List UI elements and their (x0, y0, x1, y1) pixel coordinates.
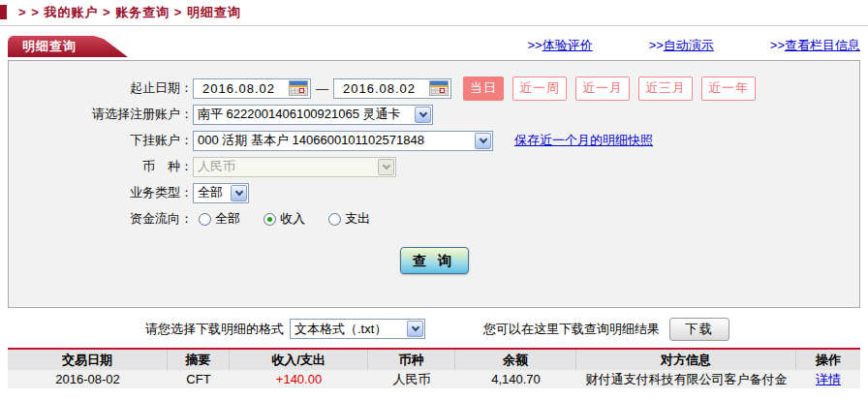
flow-option-label: 收入 (280, 210, 305, 228)
link-view-column-info[interactable]: >>查看栏目信息 (770, 37, 860, 54)
section-header-row: 明细查询 >>体验评价 >>自动演示 >>查看栏目信息 (0, 36, 868, 57)
currency-label: 币 种： (9, 158, 193, 175)
query-button[interactable]: 查 询 (400, 247, 469, 274)
date-separator: — (316, 81, 328, 96)
link-label: 查看栏目信息 (785, 38, 860, 52)
cell-counterparty: 财付通支付科技有限公司客户备付金 (576, 370, 796, 388)
top-links: >>体验评价 >>自动演示 >>查看栏目信息 (527, 37, 860, 57)
flow-option-label: 支出 (345, 210, 370, 228)
currency-value: 人民币 (194, 158, 378, 175)
query-form: 起止日期： 2016.08.02 — 2016.08.02 当日 近一周 近一月… (8, 60, 860, 308)
col-header-date: 交易日期 (8, 350, 168, 370)
download-format-select[interactable]: 文本格式（.txt） (290, 319, 425, 339)
save-snapshot-link[interactable]: 保存近一个月的明细快照 (514, 132, 653, 149)
col-header-counterparty: 对方信息 (576, 350, 796, 370)
date-to-value: 2016.08.02 (343, 81, 425, 96)
download-row: 请您选择下载明细的格式 文本格式（.txt） 您可以在这里下载查询明细结果 下载 (0, 317, 868, 341)
date-from-value: 2016.08.02 (202, 81, 285, 96)
cell-currency: 人民币 (368, 370, 455, 388)
biz-type-select[interactable]: 全部 (193, 183, 249, 203)
calendar-icon[interactable] (429, 80, 449, 96)
quick-range-month-button[interactable]: 近一月 (575, 77, 630, 101)
sub-account-value: 000 活期 基本户 1406600101102571848 (194, 132, 475, 149)
register-account-label: 请选择注册账户： (9, 106, 193, 123)
biz-type-value: 全部 (194, 184, 231, 201)
download-format-label: 请您选择下载明细的格式 (145, 321, 284, 338)
flow-option-all[interactable]: 全部 (199, 210, 240, 228)
quick-range-week-button[interactable]: 近一周 (512, 77, 567, 101)
detail-link[interactable]: 详情 (816, 371, 841, 388)
biz-type-label: 业务类型： (9, 184, 193, 201)
chevron-down-icon (378, 159, 394, 175)
quick-range-today-button[interactable]: 当日 (463, 77, 504, 101)
quick-range-year-button[interactable]: 近一年 (701, 77, 756, 101)
register-account-select[interactable]: 南平 6222001406100921065 灵通卡 (193, 105, 433, 125)
radio-icon[interactable] (328, 213, 341, 226)
cell-summary: CFT (168, 370, 230, 388)
radio-checked-icon[interactable] (264, 213, 276, 226)
col-header-balance: 余额 (455, 350, 576, 370)
currency-row: 币 种： 人民币 (9, 154, 859, 179)
breadcrumb[interactable]: > > 我的账户 > 账务查询 > 明细查询 (18, 4, 241, 21)
sub-account-row: 下挂账户： 000 活期 基本户 1406600101102571848 保存近… (9, 128, 859, 153)
date-range-row: 起止日期： 2016.08.02 — 2016.08.02 当日 近一周 近一月… (9, 76, 859, 101)
register-account-value: 南平 6222001406100921065 灵通卡 (194, 106, 415, 123)
query-button-row: 查 询 (9, 247, 859, 274)
cell-balance: 4,140.70 (455, 370, 576, 388)
quick-range-buttons: 当日 近一周 近一月 近三月 近一年 (463, 77, 756, 101)
flow-option-expense[interactable]: 支出 (328, 210, 370, 228)
col-header-amount: 收入/支出 (230, 350, 368, 370)
date-range-label: 起止日期： (9, 79, 193, 97)
flow-label: 资金流向： (9, 210, 193, 228)
red-corner-mark (0, 5, 7, 19)
col-header-action: 操作 (796, 350, 860, 370)
currency-select: 人民币 (193, 157, 396, 177)
download-button[interactable]: 下载 (669, 318, 729, 341)
tab-detail-query[interactable]: 明细查询 (8, 36, 128, 57)
cell-action: 详情 (796, 370, 860, 388)
chevron-down-icon[interactable] (407, 321, 423, 337)
quick-range-3months-button[interactable]: 近三月 (638, 77, 693, 101)
biz-type-row: 业务类型： 全部 (9, 180, 859, 205)
table-header-row: 交易日期 摘要 收入/支出 币种 余额 对方信息 操作 (8, 350, 860, 370)
breadcrumb-bar: > > 我的账户 > 账务查询 > 明细查询 (0, 0, 868, 26)
chevron-down-icon[interactable] (231, 185, 247, 201)
date-to-input[interactable]: 2016.08.02 (333, 78, 451, 99)
results-table: 交易日期 摘要 收入/支出 币种 余额 对方信息 操作 2016-08-02 C… (8, 348, 860, 388)
link-label: 体验评价 (542, 38, 593, 52)
link-prefix: >> (770, 38, 785, 52)
cell-amount: +140.00 (230, 370, 368, 388)
radio-icon[interactable] (199, 213, 211, 226)
chevron-down-icon[interactable] (475, 133, 491, 149)
link-prefix: >> (527, 38, 542, 52)
download-hint: 您可以在这里下载查询明细结果 (483, 321, 660, 338)
flow-row: 资金流向： 全部 收入 支出 (9, 206, 859, 231)
sub-account-select[interactable]: 000 活期 基本户 1406600101102571848 (193, 131, 493, 151)
date-from-input[interactable]: 2016.08.02 (193, 78, 311, 99)
register-account-row: 请选择注册账户： 南平 6222001406100921065 灵通卡 (9, 102, 859, 127)
link-auto-demo[interactable]: >>自动演示 (649, 37, 714, 54)
chevron-down-icon[interactable] (415, 107, 431, 123)
link-experience-review[interactable]: >>体验评价 (527, 37, 592, 54)
flow-option-label: 全部 (215, 210, 240, 228)
sub-account-label: 下挂账户： (9, 132, 193, 149)
link-prefix: >> (649, 38, 664, 52)
table-row: 2016-08-02 CFT +140.00 人民币 4,140.70 财付通支… (8, 370, 860, 388)
flow-option-income[interactable]: 收入 (264, 210, 305, 228)
link-label: 自动演示 (664, 38, 714, 52)
calendar-icon[interactable] (289, 80, 308, 96)
flow-radio-group: 全部 收入 支出 (199, 210, 370, 228)
cell-date: 2016-08-02 (8, 370, 168, 388)
col-header-summary: 摘要 (168, 350, 230, 370)
download-format-value: 文本格式（.txt） (291, 321, 407, 338)
col-header-currency: 币种 (368, 350, 455, 370)
